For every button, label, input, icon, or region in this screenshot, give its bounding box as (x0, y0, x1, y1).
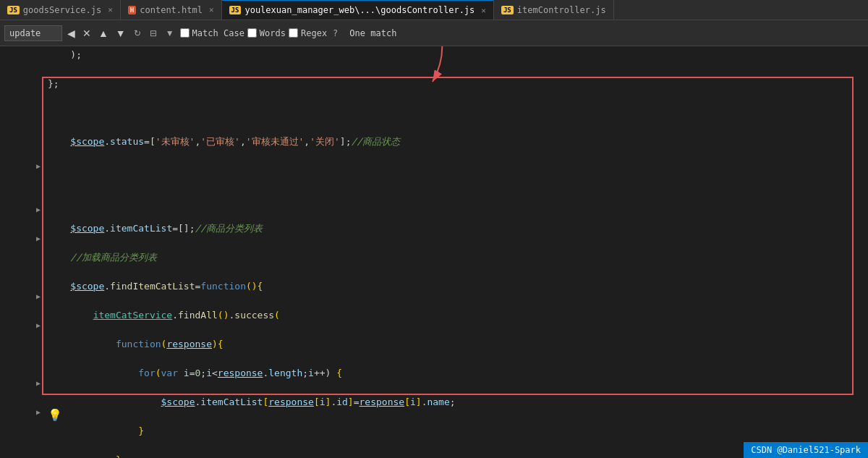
tab-item-controller[interactable]: JS itemController.js (494, 0, 614, 20)
h-icon: H (128, 6, 136, 14)
match-result: One match (349, 28, 396, 38)
match-case-label[interactable]: Match Case (180, 28, 244, 38)
match-case-text: Match Case (192, 28, 244, 38)
code-area[interactable]: ); }; $scope.status=['未审核','已审核','审核未通过'… (42, 46, 868, 458)
fold-arrow-4[interactable]: ▶ (36, 292, 41, 300)
tab-label: goodsService.js (23, 5, 101, 15)
lightbulb-icon[interactable]: 💡 (48, 408, 62, 422)
search-bar: ◀ ✕ ▲ ▼ ↻ ⊟ ▼ Match Case Words Regex ? O… (0, 20, 868, 46)
nav-next-button[interactable]: ▼ (114, 27, 128, 40)
nav-back-button[interactable]: ◀ (65, 27, 77, 40)
search-input[interactable] (4, 25, 62, 41)
funnel-icon[interactable]: ▼ (163, 27, 177, 39)
nav-prev-button[interactable]: ▲ (96, 27, 111, 40)
tab-content-html[interactable]: H content.html ✕ (121, 0, 222, 20)
match-case-checkbox[interactable] (180, 28, 190, 38)
regex-label[interactable]: Regex (289, 28, 327, 38)
filter-button[interactable]: ⊟ (147, 27, 160, 39)
fold-arrow-3[interactable]: ▶ (36, 234, 41, 242)
tab-label: itemController.js (517, 5, 606, 15)
fold-arrow-2[interactable]: ▶ (36, 205, 41, 213)
words-text: Words (260, 28, 286, 38)
fold-gutter: ▶ ▶ ▶ ▶ ▶ ▶ ▶ (29, 46, 42, 458)
nav-close-button[interactable]: ✕ (80, 27, 93, 40)
line-gutter (0, 46, 29, 458)
tab-bar: JS goodsService.js ✕ H content.html ✕ JS… (0, 0, 868, 20)
close-icon[interactable]: ✕ (481, 6, 486, 15)
code-content: ); }; $scope.status=['未审核','已审核','审核未通过'… (42, 48, 868, 458)
js-icon: JS (229, 6, 242, 14)
fold-arrow-6[interactable]: ▶ (36, 379, 41, 387)
help-icon[interactable]: ? (330, 28, 341, 38)
tab-goods-controller[interactable]: JS youlexuan_manager_web\...\goodsContro… (222, 0, 494, 20)
fold-arrow-5[interactable]: ▶ (36, 321, 41, 329)
regex-checkbox[interactable] (289, 28, 298, 38)
close-icon[interactable]: ✕ (209, 5, 214, 14)
status-bar: CSDN @Daniel521-Spark (744, 442, 868, 458)
close-icon[interactable]: ✕ (108, 5, 113, 14)
editor: ▶ ▶ ▶ ▶ ▶ ▶ ▶ ); }; $scope.status=['未审核'… (0, 46, 868, 458)
refresh-button[interactable]: ↻ (131, 27, 144, 39)
status-text: CSDN @Daniel521-Spark (751, 445, 861, 455)
tab-label: youlexuan_manager_web\...\goodsControlle… (244, 5, 475, 15)
fold-arrow-1[interactable]: ▶ (36, 162, 41, 170)
regex-text: Regex (301, 28, 327, 38)
words-checkbox[interactable] (247, 28, 257, 38)
words-label[interactable]: Words (247, 28, 286, 38)
js-icon: JS (501, 6, 514, 14)
js-icon: JS (7, 6, 20, 14)
tab-goods-service[interactable]: JS goodsService.js ✕ (0, 0, 121, 20)
fold-arrow-7[interactable]: ▶ (36, 408, 41, 416)
tab-label: content.html (140, 5, 203, 15)
